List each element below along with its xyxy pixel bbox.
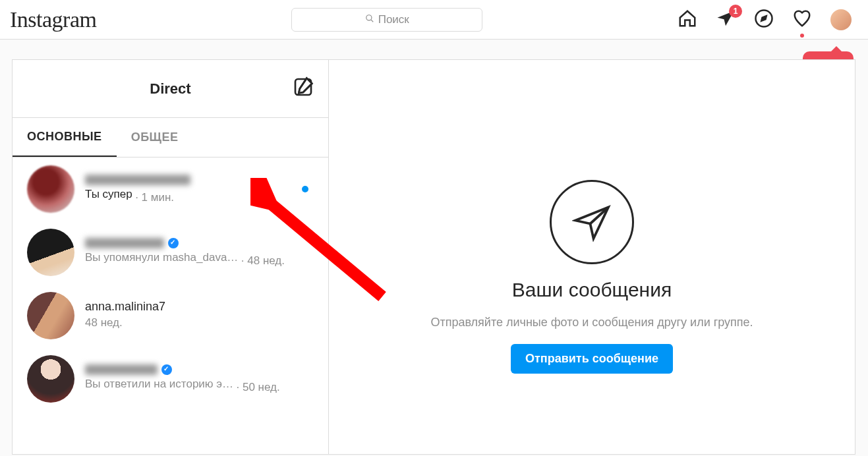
thread-time: · xyxy=(135,191,141,204)
thread-info: anna.malinina7 48 нед. xyxy=(85,300,314,332)
sidebar-tabs: ОСНОВНЫЕ ОБЩЕЕ xyxy=(13,118,328,157)
thread-avatar xyxy=(27,355,74,403)
verified-icon xyxy=(161,364,172,375)
thread-username: anna.malinina7 xyxy=(85,300,165,314)
direct-icon[interactable]: 1 xyxy=(716,9,736,31)
thread-time: · xyxy=(241,254,247,267)
thread-preview: 48 нед. xyxy=(85,316,123,329)
thread-preview: Ты супер xyxy=(85,188,132,201)
home-icon[interactable] xyxy=(678,9,697,31)
thread-avatar xyxy=(27,292,74,339)
svg-line-1 xyxy=(371,20,373,22)
search-placeholder: Поиск xyxy=(378,13,409,26)
direct-sidebar: Direct ОСНОВНЫЕ ОБЩЕЕ Ты супер · 1 мин. xyxy=(13,60,329,454)
svg-marker-3 xyxy=(761,16,767,21)
instagram-logo[interactable]: Instagram xyxy=(10,7,96,32)
send-circle-icon xyxy=(550,180,634,264)
activity-dot-icon xyxy=(800,34,804,38)
thread-time: 48 нед. xyxy=(247,254,285,267)
thread-username xyxy=(85,175,190,185)
activity-icon[interactable] xyxy=(792,9,812,31)
unread-dot-icon xyxy=(302,186,308,192)
thread-time: · xyxy=(236,381,242,393)
verified-icon xyxy=(168,238,179,248)
thread-list: Ты супер · 1 мин. Вы упомянули masha_dav… xyxy=(13,157,328,454)
svg-point-0 xyxy=(366,14,371,20)
thread-item[interactable]: Вы упомянули masha_dava… · 48 нед. xyxy=(13,221,328,284)
tab-general[interactable]: ОБЩЕЕ xyxy=(117,118,193,157)
thread-preview: Вы ответили на историю э… xyxy=(85,378,233,391)
thread-info: Вы упомянули masha_dava… · 48 нед. xyxy=(85,238,314,268)
thread-info: Вы ответили на историю э… · 50 нед. xyxy=(85,364,314,394)
thread-avatar xyxy=(27,165,74,213)
direct-badge: 1 xyxy=(729,5,742,18)
send-message-button[interactable]: Отправить сообщение xyxy=(511,344,673,374)
thread-item[interactable]: Вы ответили на историю э… · 50 нед. xyxy=(13,347,328,411)
empty-subtitle: Отправляйте личные фото и сообщения друг… xyxy=(430,316,753,329)
thread-username xyxy=(85,364,158,375)
thread-info: Ты супер · 1 мин. xyxy=(85,175,291,204)
sidebar-title: Direct xyxy=(150,80,190,98)
thread-time: 50 нед. xyxy=(243,381,280,393)
tab-primary[interactable]: ОСНОВНЫЕ xyxy=(13,118,117,157)
profile-avatar[interactable] xyxy=(830,9,852,30)
thread-preview: Вы упомянули masha_dava… xyxy=(85,251,238,264)
sidebar-header: Direct xyxy=(13,60,328,118)
search-icon xyxy=(365,13,374,26)
empty-title: Ваши сообщения xyxy=(512,279,672,301)
top-nav: Instagram Поиск 1 xyxy=(0,0,868,40)
thread-time: 1 мин. xyxy=(142,191,174,204)
explore-icon[interactable] xyxy=(754,9,774,31)
compose-icon[interactable] xyxy=(293,76,314,101)
direct-panel: Direct ОСНОВНЫЕ ОБЩЕЕ Ты супер · 1 мин. xyxy=(12,59,855,455)
thread-item[interactable]: Ты супер · 1 мин. xyxy=(13,157,328,221)
search-input[interactable]: Поиск xyxy=(291,8,482,32)
thread-item[interactable]: anna.malinina7 48 нед. xyxy=(13,284,328,347)
nav-icons: 1 xyxy=(678,9,852,31)
thread-username xyxy=(85,238,164,248)
empty-state: Ваши сообщения Отправляйте личные фото и… xyxy=(329,60,855,454)
thread-avatar xyxy=(27,229,74,276)
